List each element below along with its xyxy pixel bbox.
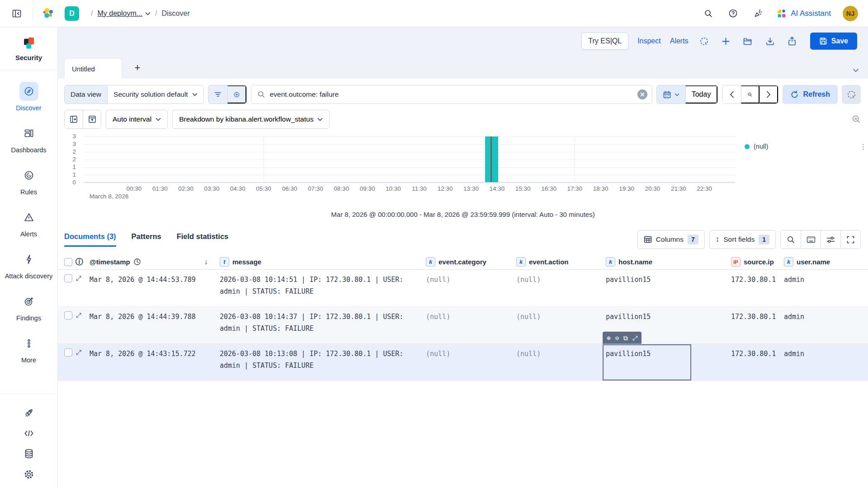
display-options-icon[interactable] — [821, 230, 840, 249]
avatar[interactable]: NJ — [843, 6, 858, 21]
row-checkbox[interactable] — [64, 311, 72, 319]
ai-assistant-button[interactable]: AI Assistant — [777, 9, 831, 19]
collapse-nav-icon[interactable] — [10, 7, 24, 20]
copy-icon[interactable]: ⧉ — [623, 335, 628, 341]
tab-patterns[interactable]: Patterns — [132, 232, 161, 247]
search-icon[interactable] — [702, 7, 715, 20]
sidebar-item-alerts[interactable]: Alerts — [0, 208, 57, 238]
sort-descending-icon[interactable]: ↓ — [204, 258, 208, 267]
column-header-host-name[interactable]: k host.name — [606, 257, 731, 267]
interval-select[interactable]: Auto interval — [106, 110, 168, 129]
filter-for-icon[interactable]: ⊕ — [607, 335, 610, 341]
columns-button[interactable]: Columns 7 — [637, 230, 705, 249]
fullscreen-icon[interactable] — [840, 230, 860, 249]
histogram-plot[interactable]: 00:3001:3002:3003:3004:3005:3006:3007:30… — [83, 136, 735, 183]
filter-icon[interactable] — [208, 85, 227, 103]
tab-documents[interactable]: Documents (3) — [64, 232, 116, 247]
expand-document-icon[interactable]: ⤢ — [76, 311, 81, 339]
expand-cell-icon[interactable]: ⤢ — [632, 335, 637, 341]
cell-user-name[interactable]: admin — [784, 307, 868, 343]
dev-tools-code-icon[interactable] — [24, 428, 34, 438]
search-in-table-icon[interactable] — [781, 230, 801, 249]
cell-host-name[interactable]: pavillion15 — [606, 270, 731, 306]
row-checkbox[interactable] — [64, 274, 72, 282]
cell-source-ip[interactable]: 172.30.80.1 — [731, 270, 784, 306]
tab-list-chevron-icon[interactable] — [853, 68, 859, 72]
cell-event-action[interactable]: (null) — [516, 307, 606, 343]
announcements-icon[interactable] — [751, 7, 765, 20]
add-tab-button[interactable]: + — [128, 59, 146, 77]
row-checkbox[interactable] — [64, 348, 72, 357]
tab-untitled[interactable]: Untitled — [64, 58, 122, 79]
tab-field-statistics[interactable]: Field statistics — [177, 232, 229, 247]
keyboard-shortcuts-icon[interactable] — [801, 230, 821, 249]
calendar-icon-button[interactable] — [657, 85, 685, 103]
sidebar-item-attack-discovery[interactable]: Attack discovery — [0, 250, 57, 280]
column-header-user-name[interactable]: k user.name — [784, 257, 868, 267]
cell-host-name[interactable]: pavillion15⊕⊖⧉⤢ — [606, 344, 731, 380]
getting-started-rocket-icon[interactable] — [24, 408, 34, 418]
sidebar-item-more[interactable]: More — [0, 334, 57, 364]
next-time-icon[interactable] — [760, 85, 778, 103]
hide-chart-icon[interactable] — [65, 110, 83, 128]
cell-event-action[interactable]: (null) — [516, 270, 606, 306]
table-row[interactable]: ⤢Mar 8, 2026 @ 14:43:15.7222026-03-08 10… — [58, 344, 868, 381]
column-header-timestamp[interactable]: @timestamp ↓ — [90, 258, 220, 267]
cell-timestamp[interactable]: Mar 8, 2026 @ 14:43:15.722 — [90, 344, 220, 380]
cell-message[interactable]: 2026-03-08 10:13:08 | IP: 172.30.80.1 | … — [220, 344, 426, 380]
background-search-icon[interactable] — [698, 35, 711, 48]
zoom-out-time-icon[interactable] — [741, 85, 760, 103]
sidebar-item-findings[interactable]: Findings — [0, 292, 57, 322]
help-icon[interactable] — [726, 7, 740, 20]
data-view-value[interactable]: Security solution default — [107, 85, 203, 103]
clear-query-icon[interactable] — [637, 89, 647, 99]
expand-document-icon[interactable]: ⤢ — [76, 274, 81, 302]
cell-source-ip[interactable]: 172.30.80.1 — [731, 307, 784, 343]
new-session-plus-icon[interactable] — [720, 35, 732, 47]
expand-document-icon[interactable]: ⤢ — [76, 348, 81, 376]
open-session-folder-icon[interactable] — [741, 35, 755, 47]
alerts-button[interactable]: Alerts — [670, 37, 689, 45]
date-range-button[interactable]: Today — [685, 85, 718, 103]
sidebar-item-discover[interactable]: Discover — [0, 82, 57, 112]
column-header-source-ip[interactable]: IP source.ip — [731, 257, 784, 267]
table-row[interactable]: ⤢Mar 8, 2026 @ 14:44:39.7882026-03-08 10… — [58, 307, 868, 344]
column-header-event-action[interactable]: k event.action — [516, 257, 606, 267]
cell-message[interactable]: 2026-03-08 10:14:51 | IP: 172.30.80.1 | … — [220, 270, 426, 306]
download-icon[interactable] — [764, 35, 777, 48]
settings-gear-icon[interactable] — [24, 469, 34, 480]
add-filter-icon[interactable] — [227, 85, 246, 103]
chart-options-icon[interactable] — [852, 115, 861, 124]
cell-timestamp[interactable]: Mar 8, 2026 @ 14:44:39.788 — [90, 307, 220, 343]
cell-source-ip[interactable]: 172.30.80.1 — [731, 344, 784, 380]
query-input[interactable] — [270, 90, 637, 99]
table-row[interactable]: ⤢Mar 8, 2026 @ 14:44:53.7892026-03-08 10… — [58, 270, 868, 307]
column-header-event-category[interactable]: k event.category — [426, 257, 516, 267]
inspect-button[interactable]: Inspect — [637, 37, 661, 45]
sidebar-item-rules[interactable]: Rules — [0, 166, 57, 196]
cell-message[interactable]: 2026-03-08 10:14:37 | IP: 172.30.80.1 | … — [220, 307, 426, 343]
column-header-message[interactable]: t message — [220, 257, 426, 267]
info-icon[interactable]: ⓘ — [75, 258, 83, 266]
cell-timestamp[interactable]: Mar 8, 2026 @ 14:44:53.789 — [90, 270, 220, 306]
filter-out-icon[interactable]: ⊖ — [615, 335, 618, 341]
move-chart-icon[interactable] — [83, 110, 101, 128]
histogram-bar[interactable] — [485, 136, 498, 182]
breadcrumb-deployment[interactable]: My deploym... — [97, 9, 151, 18]
cell-user-name[interactable]: admin — [784, 344, 868, 380]
cell-event-category[interactable]: (null) — [426, 344, 516, 380]
elastic-logo[interactable] — [42, 7, 55, 20]
share-icon[interactable] — [786, 34, 798, 48]
breakdown-select[interactable]: Breakdown by kibana.alert.workflow_statu… — [172, 110, 330, 129]
cell-event-category[interactable]: (null) — [426, 307, 516, 343]
select-all-checkbox[interactable] — [64, 258, 72, 266]
try-esql-button[interactable]: Try ES|QL — [581, 33, 628, 50]
send-to-background-icon[interactable] — [842, 85, 861, 104]
sort-fields-button[interactable]: ↕ Sort fields 1 — [709, 230, 776, 249]
legend-item[interactable]: (null) — [745, 143, 768, 150]
data-view-picker[interactable]: Data view Security solution default — [64, 85, 204, 104]
sidebar-item-dashboards[interactable]: Dashboards — [0, 124, 57, 154]
legend-options-icon[interactable]: ⋮ — [860, 143, 867, 151]
cell-event-category[interactable]: (null) — [426, 270, 516, 306]
deployment-badge[interactable]: D — [65, 6, 79, 21]
